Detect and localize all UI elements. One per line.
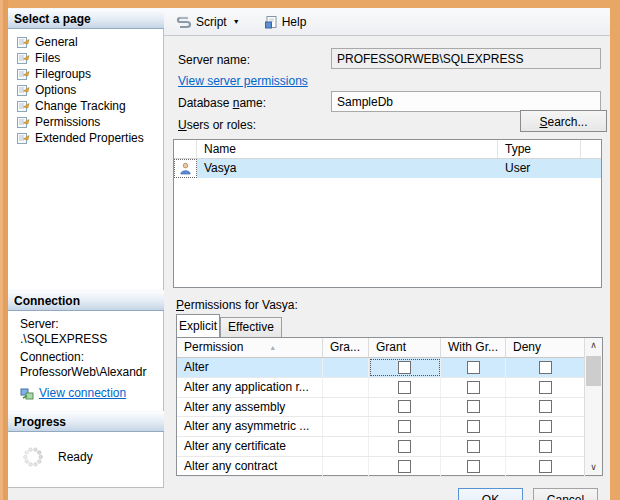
with-grant-checkbox[interactable]: [467, 381, 480, 394]
tab-effective[interactable]: Effective: [220, 317, 282, 338]
script-button[interactable]: Script ▼: [171, 13, 245, 31]
with-grant-checkbox[interactable]: [467, 440, 480, 453]
permission-name: Alter any application r...: [177, 378, 323, 397]
scroll-up-icon[interactable]: ∧: [585, 338, 602, 353]
page-icon: [16, 52, 30, 65]
permission-row-alter-any-certificate[interactable]: Alter any certificate: [177, 437, 602, 457]
deny-checkbox[interactable]: [539, 361, 552, 374]
permission-name: Alter: [177, 358, 323, 377]
with-grant-checkbox[interactable]: [467, 420, 480, 433]
sidebar-item-extended-properties[interactable]: Extended Properties: [12, 130, 162, 146]
permission-name: Alter any asymmetric ...: [177, 417, 323, 436]
deny-checkbox[interactable]: [539, 400, 552, 413]
server-name-field[interactable]: [331, 48, 601, 69]
select-a-page-header: Select a page: [8, 8, 164, 29]
script-icon: [176, 15, 192, 29]
permission-row-alter-any-assembly[interactable]: Alter any assembly: [177, 398, 602, 418]
deny-cell: [506, 457, 585, 476]
grant-cell: [369, 378, 441, 397]
deny-checkbox[interactable]: [539, 381, 552, 394]
with-grant-cell: [441, 398, 506, 417]
permissions-scrollbar[interactable]: ∧ ∨: [584, 338, 602, 475]
users-header-type[interactable]: Type: [498, 140, 581, 158]
scrollbar-thumb[interactable]: [586, 356, 601, 386]
user-type-cell: User: [498, 159, 581, 178]
grant-checkbox[interactable]: [398, 440, 411, 453]
header-permission[interactable]: Permission ▲: [177, 338, 323, 357]
main-panel: Script ▼ Help Server name: View server p…: [164, 8, 610, 500]
header-deny[interactable]: Deny: [506, 338, 585, 357]
with-grant-checkbox[interactable]: [467, 361, 480, 374]
cancel-button[interactable]: Cancel: [533, 488, 598, 500]
with-grant-cell: [441, 417, 506, 436]
database-name-field[interactable]: [331, 91, 601, 112]
search-button[interactable]: Search...: [520, 110, 607, 132]
permission-row-alter-any-asymmetric-key[interactable]: Alter any asymmetric ...: [177, 417, 602, 437]
with-grant-cell: [441, 378, 506, 397]
grant-checkbox[interactable]: [398, 381, 411, 394]
scroll-down-icon[interactable]: ∨: [585, 460, 602, 475]
deny-checkbox[interactable]: [539, 420, 552, 433]
deny-cell: [506, 378, 585, 397]
help-button[interactable]: Help: [259, 13, 312, 31]
server-name-label: Server name:: [178, 53, 250, 67]
help-icon: [264, 15, 278, 29]
sidebar-item-options[interactable]: Options: [12, 82, 162, 98]
user-icon: [179, 162, 192, 175]
left-footer-strip: [8, 487, 164, 500]
progress-ready-text: Ready: [58, 450, 93, 464]
header-grant[interactable]: Grant: [369, 338, 441, 357]
permission-row-alter-any-application-role[interactable]: Alter any application r...: [177, 378, 602, 398]
deny-cell: [506, 437, 585, 456]
script-label: Script: [196, 15, 227, 29]
progress-status: Ready: [22, 440, 162, 468]
grant-checkbox[interactable]: [398, 460, 411, 473]
permission-row-alter[interactable]: Alter: [177, 358, 602, 378]
sidebar-item-label: Files: [35, 51, 60, 65]
sidebar-item-general[interactable]: General: [12, 34, 162, 50]
sidebar-item-label: Change Tracking: [35, 99, 126, 113]
with-grant-cell: [441, 457, 506, 476]
user-name-cell: Vasya: [197, 159, 498, 178]
sidebar-item-label: Options: [35, 83, 76, 97]
user-row-vasya[interactable]: Vasya User: [174, 159, 601, 178]
header-grantor[interactable]: Gra...: [323, 338, 369, 357]
connection-title: Connection: [14, 294, 80, 308]
ok-button[interactable]: OK: [458, 488, 523, 500]
page-icon: [16, 132, 30, 145]
permission-row-alter-any-contract[interactable]: Alter any contract: [177, 457, 602, 477]
progress-spinner-icon: [22, 446, 44, 468]
deny-checkbox[interactable]: [539, 460, 552, 473]
grantor-cell: [323, 437, 369, 456]
with-grant-checkbox[interactable]: [467, 460, 480, 473]
tab-explicit[interactable]: Explicit: [176, 314, 220, 338]
sidebar-item-filegroups[interactable]: Filegroups: [12, 66, 162, 82]
sidebar-item-change-tracking[interactable]: Change Tracking: [12, 98, 162, 114]
sidebar-item-permissions[interactable]: Permissions: [12, 114, 162, 130]
grant-cell: [369, 358, 441, 377]
with-grant-cell: [441, 358, 506, 377]
script-dropdown-arrow-icon[interactable]: ▼: [231, 18, 240, 25]
header-with-grant[interactable]: With Gr...: [441, 338, 506, 357]
help-label: Help: [282, 15, 307, 29]
view-connection-link[interactable]: View connection: [39, 386, 126, 401]
server-label: Server:: [20, 317, 160, 332]
grantor-cell: [323, 457, 369, 476]
left-panel: Select a page General Files Filegroups O…: [8, 8, 164, 500]
sidebar-item-label: Permissions: [35, 115, 100, 129]
sidebar-item-label: General: [35, 35, 78, 49]
page-icon: [16, 100, 30, 113]
users-header-name[interactable]: Name: [197, 140, 498, 158]
view-server-permissions-link[interactable]: View server permissions: [178, 74, 308, 88]
connection-value: ProfessorWeb\Alexandr: [20, 365, 160, 380]
sidebar-item-files[interactable]: Files: [12, 50, 162, 66]
connection-label: Connection:: [20, 350, 160, 365]
with-grant-checkbox[interactable]: [467, 400, 480, 413]
grant-cell: [369, 437, 441, 456]
permissions-grid-header: Permission ▲ Gra... Grant With Gr... Den…: [177, 338, 602, 358]
grant-checkbox[interactable]: [398, 400, 411, 413]
grant-checkbox[interactable]: [398, 420, 411, 433]
deny-checkbox[interactable]: [539, 440, 552, 453]
grant-checkbox[interactable]: [398, 361, 411, 374]
grantor-cell: [323, 398, 369, 417]
